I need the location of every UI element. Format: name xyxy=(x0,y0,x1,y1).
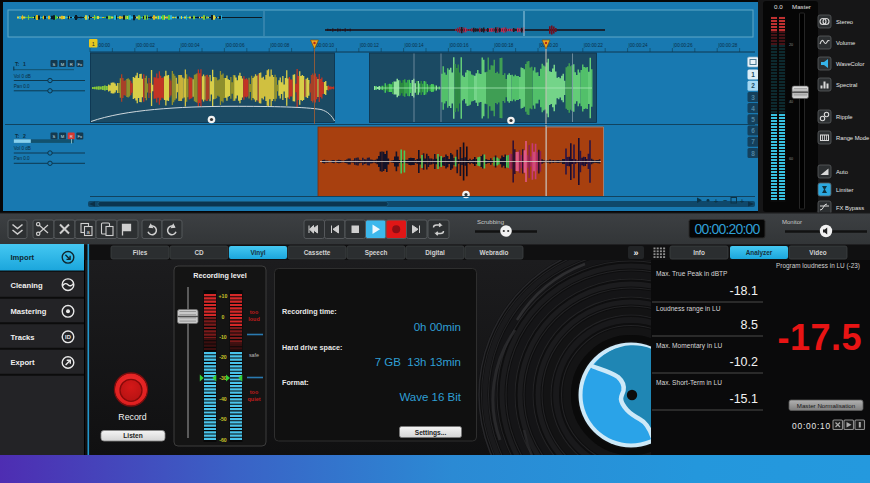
svg-text:Monitor: Monitor xyxy=(782,219,802,225)
svg-text:Record: Record xyxy=(118,412,146,422)
svg-text:Recording time:: Recording time: xyxy=(282,307,337,316)
svg-text:|00:00:06: |00:00:06 xyxy=(225,43,245,48)
svg-text:ID: ID xyxy=(65,334,71,340)
svg-text:Scrubbing: Scrubbing xyxy=(477,219,504,225)
svg-text:S: S xyxy=(53,62,56,67)
svg-text:-15.1: -15.1 xyxy=(730,392,759,406)
svg-text:too: too xyxy=(250,309,259,315)
svg-text:Settings...: Settings... xyxy=(415,429,447,437)
svg-text:0h 00min: 0h 00min xyxy=(414,321,461,333)
svg-text:+: + xyxy=(740,198,744,205)
svg-text:R: R xyxy=(70,62,73,67)
svg-text:1: 1 xyxy=(92,41,95,47)
svg-text:Volume: Volume xyxy=(836,40,855,46)
svg-text:-10.2: -10.2 xyxy=(730,355,759,369)
svg-text:Master Normalisation: Master Normalisation xyxy=(797,402,856,409)
svg-text:quiet: quiet xyxy=(248,396,261,402)
svg-text:+: + xyxy=(714,198,718,205)
svg-text:|00:00:16: |00:00:16 xyxy=(449,43,469,48)
svg-text:|00:00:02: |00:00:02 xyxy=(136,43,156,48)
svg-text:Mastering: Mastering xyxy=(11,307,47,316)
svg-text:Info: Info xyxy=(693,249,705,256)
svg-text:40: 40 xyxy=(789,100,793,104)
svg-text:Ripple: Ripple xyxy=(836,114,852,120)
svg-text:8: 8 xyxy=(751,150,755,157)
svg-text:R: R xyxy=(70,134,73,139)
svg-text:0: 0 xyxy=(222,314,225,320)
svg-text:Import: Import xyxy=(11,253,35,262)
svg-text:60: 60 xyxy=(789,157,793,161)
svg-text:Export: Export xyxy=(11,358,36,367)
svg-text:00:00:10: 00:00:10 xyxy=(792,421,831,431)
svg-text:Speech: Speech xyxy=(365,249,388,257)
svg-text:FX Bypass: FX Bypass xyxy=(836,205,864,211)
svg-text:loud: loud xyxy=(248,316,259,322)
svg-text:Files: Files xyxy=(133,249,148,256)
svg-text:Loudness range in LU: Loudness range in LU xyxy=(656,305,721,313)
svg-text:too: too xyxy=(250,389,259,395)
svg-text:−: − xyxy=(723,197,727,204)
svg-text:|00:00:14: |00:00:14 xyxy=(405,43,425,48)
svg-text:WaveColor: WaveColor xyxy=(836,61,865,67)
svg-text:0.0: 0.0 xyxy=(774,3,783,10)
svg-text:2: 2 xyxy=(23,133,26,139)
svg-text:8.5: 8.5 xyxy=(741,318,758,332)
svg-text:-50: -50 xyxy=(219,416,227,422)
svg-text:-40: -40 xyxy=(219,396,227,402)
svg-text:7: 7 xyxy=(751,138,755,145)
svg-text:7 GB 13h 13min: 7 GB 13h 13min xyxy=(375,356,461,368)
svg-text:Wave 16 Bit: Wave 16 Bit xyxy=(399,391,461,403)
svg-text:Pan 0.0: Pan 0.0 xyxy=(14,156,30,161)
svg-text:1: 1 xyxy=(751,71,755,78)
svg-text:|00:00:12: |00:00:12 xyxy=(360,43,380,48)
svg-text:6: 6 xyxy=(751,127,755,134)
svg-text:T:: T: xyxy=(15,133,20,139)
svg-text:safe: safe xyxy=(249,352,259,358)
svg-text:2: 2 xyxy=(751,82,755,89)
svg-text:CD: CD xyxy=(194,249,204,256)
svg-text:-30: -30 xyxy=(219,375,227,381)
svg-text:Cleaning: Cleaning xyxy=(11,281,43,290)
svg-text:Vinyl: Vinyl xyxy=(250,249,265,257)
svg-text:00:00:20:00: 00:00:20:00 xyxy=(694,221,760,237)
svg-text:|00:00:26: |00:00:26 xyxy=(673,43,693,48)
svg-text:|00:00:22: |00:00:22 xyxy=(584,43,604,48)
svg-text:M: M xyxy=(61,62,65,67)
svg-text:5: 5 xyxy=(751,116,755,123)
svg-text:Program loudness in LU (-23): Program loudness in LU (-23) xyxy=(776,262,860,270)
svg-text:Recording level: Recording level xyxy=(193,271,247,280)
svg-text:Master: Master xyxy=(792,3,811,10)
svg-text:-10: -10 xyxy=(219,334,227,340)
svg-text:T:: T: xyxy=(15,61,20,67)
svg-text:Cassette: Cassette xyxy=(304,249,331,256)
svg-text:M: M xyxy=(61,134,65,139)
svg-text:20: 20 xyxy=(789,43,793,47)
svg-text:-17.5: -17.5 xyxy=(777,317,862,358)
svg-text:+10: +10 xyxy=(219,293,228,299)
svg-text:Max. Short-Term in LU: Max. Short-Term in LU xyxy=(656,379,722,386)
svg-text:Pan 0.0: Pan 0.0 xyxy=(14,84,30,89)
svg-text:Hard drive space:: Hard drive space: xyxy=(282,343,342,352)
svg-text:|00:00:18: |00:00:18 xyxy=(494,43,514,48)
svg-text:|00:00:24: |00:00:24 xyxy=(629,43,649,48)
svg-text:1: 1 xyxy=(23,61,26,67)
svg-text:Spectral: Spectral xyxy=(836,82,857,88)
svg-text:Analyzer: Analyzer xyxy=(746,249,773,257)
svg-text:Max. True Peak in dBTP: Max. True Peak in dBTP xyxy=(656,270,728,277)
svg-text:-60: -60 xyxy=(219,437,227,443)
svg-text:Stereo: Stereo xyxy=(836,19,853,25)
svg-text:-20: -20 xyxy=(219,354,227,360)
svg-text:Digital: Digital xyxy=(425,249,445,257)
svg-text:Max. Momentary in LU: Max. Momentary in LU xyxy=(656,342,723,350)
svg-text:Webradio: Webradio xyxy=(480,249,509,256)
svg-text:Vol 0 dB: Vol 0 dB xyxy=(14,74,31,79)
svg-text:|00:00:08: |00:00:08 xyxy=(270,43,290,48)
svg-text:Listen: Listen xyxy=(123,432,142,439)
svg-text:|00:00:04: |00:00:04 xyxy=(181,43,201,48)
svg-text:Limiter: Limiter xyxy=(836,187,853,193)
svg-text:3: 3 xyxy=(751,94,755,101)
svg-text:4: 4 xyxy=(751,105,755,112)
svg-text:-18.1: -18.1 xyxy=(730,284,759,298)
svg-text:S: S xyxy=(53,134,56,139)
svg-text:Vol 0 dB: Vol 0 dB xyxy=(14,146,31,151)
